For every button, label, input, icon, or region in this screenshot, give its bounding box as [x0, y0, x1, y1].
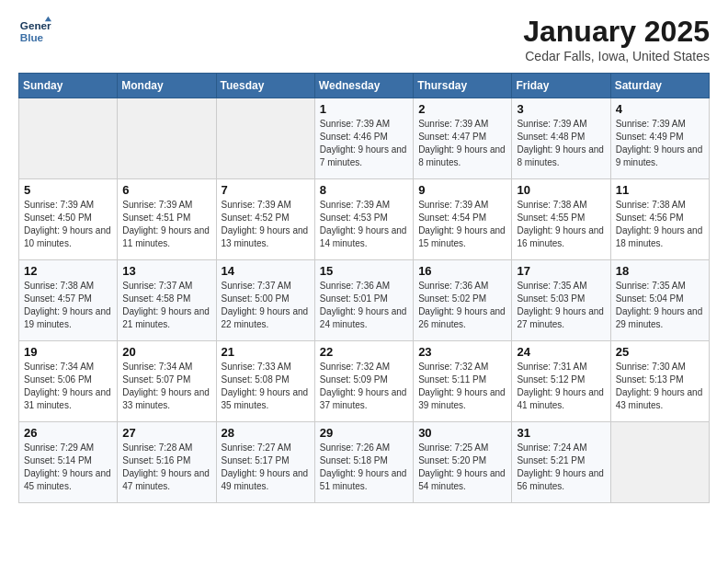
- day-number: 8: [320, 183, 408, 197]
- day-number: 24: [517, 345, 605, 359]
- day-number: 25: [616, 345, 704, 359]
- day-number: 31: [517, 426, 605, 440]
- day-cell: 8Sunrise: 7:39 AMSunset: 4:53 PMDaylight…: [314, 179, 413, 260]
- day-number: 1: [320, 102, 408, 116]
- day-info: Sunrise: 7:32 AMSunset: 5:09 PMDaylight:…: [320, 361, 408, 412]
- day-info: Sunrise: 7:27 AMSunset: 5:17 PMDaylight:…: [222, 442, 310, 493]
- day-info: Sunrise: 7:32 AMSunset: 5:11 PMDaylight:…: [418, 361, 506, 412]
- day-cell: 15Sunrise: 7:36 AMSunset: 5:01 PMDayligh…: [314, 260, 413, 341]
- day-info: Sunrise: 7:34 AMSunset: 5:06 PMDaylight:…: [24, 361, 112, 412]
- day-info: Sunrise: 7:38 AMSunset: 4:55 PMDaylight:…: [517, 199, 605, 250]
- day-cell: 18Sunrise: 7:35 AMSunset: 5:04 PMDayligh…: [610, 260, 709, 341]
- day-info: Sunrise: 7:37 AMSunset: 5:00 PMDaylight:…: [222, 280, 310, 331]
- day-info: Sunrise: 7:39 AMSunset: 4:51 PMDaylight:…: [122, 199, 210, 250]
- day-info: Sunrise: 7:39 AMSunset: 4:54 PMDaylight:…: [418, 199, 506, 250]
- day-number: 13: [122, 264, 210, 278]
- day-info: Sunrise: 7:36 AMSunset: 5:02 PMDaylight:…: [418, 280, 506, 331]
- day-info: Sunrise: 7:34 AMSunset: 5:07 PMDaylight:…: [122, 361, 210, 412]
- day-cell: 1Sunrise: 7:39 AMSunset: 4:46 PMDaylight…: [314, 98, 413, 179]
- weekday-header-monday: Monday: [118, 74, 216, 98]
- weekday-header-saturday: Saturday: [610, 74, 709, 98]
- day-info: Sunrise: 7:38 AMSunset: 4:56 PMDaylight:…: [616, 199, 704, 250]
- day-cell: [118, 98, 216, 179]
- day-info: Sunrise: 7:37 AMSunset: 4:58 PMDaylight:…: [122, 280, 210, 331]
- day-cell: 25Sunrise: 7:30 AMSunset: 5:13 PMDayligh…: [610, 341, 709, 422]
- weekday-header-sunday: Sunday: [19, 74, 118, 98]
- day-info: Sunrise: 7:36 AMSunset: 5:01 PMDaylight:…: [320, 280, 408, 331]
- day-info: Sunrise: 7:25 AMSunset: 5:20 PMDaylight:…: [418, 442, 506, 493]
- day-info: Sunrise: 7:35 AMSunset: 5:04 PMDaylight:…: [616, 280, 704, 331]
- day-cell: 21Sunrise: 7:33 AMSunset: 5:08 PMDayligh…: [216, 341, 314, 422]
- page: General Blue January 2025 Cedar Falls, I…: [0, 0, 728, 518]
- day-info: Sunrise: 7:39 AMSunset: 4:50 PMDaylight:…: [24, 199, 112, 250]
- day-number: 12: [24, 264, 112, 278]
- svg-text:Blue: Blue: [20, 31, 44, 43]
- day-info: Sunrise: 7:39 AMSunset: 4:49 PMDaylight:…: [616, 118, 704, 169]
- day-number: 30: [418, 426, 506, 440]
- day-number: 19: [24, 345, 112, 359]
- day-info: Sunrise: 7:26 AMSunset: 5:18 PMDaylight:…: [320, 442, 408, 493]
- day-number: 22: [320, 345, 408, 359]
- day-info: Sunrise: 7:35 AMSunset: 5:03 PMDaylight:…: [517, 280, 605, 331]
- weekday-header-tuesday: Tuesday: [216, 74, 314, 98]
- day-cell: 28Sunrise: 7:27 AMSunset: 5:17 PMDayligh…: [216, 422, 314, 503]
- day-number: 10: [517, 183, 605, 197]
- day-cell: 4Sunrise: 7:39 AMSunset: 4:49 PMDaylight…: [610, 98, 709, 179]
- day-info: Sunrise: 7:39 AMSunset: 4:52 PMDaylight:…: [222, 199, 310, 250]
- day-cell: 14Sunrise: 7:37 AMSunset: 5:00 PMDayligh…: [216, 260, 314, 341]
- calendar: SundayMondayTuesdayWednesdayThursdayFrid…: [18, 73, 710, 503]
- day-cell: 30Sunrise: 7:25 AMSunset: 5:20 PMDayligh…: [414, 422, 512, 503]
- day-cell: 23Sunrise: 7:32 AMSunset: 5:11 PMDayligh…: [414, 341, 512, 422]
- day-cell: [19, 98, 118, 179]
- week-row-3: 12Sunrise: 7:38 AMSunset: 4:57 PMDayligh…: [19, 260, 710, 341]
- day-cell: 27Sunrise: 7:28 AMSunset: 5:16 PMDayligh…: [118, 422, 216, 503]
- month-title: January 2025: [523, 15, 710, 49]
- day-number: 3: [517, 102, 605, 116]
- day-info: Sunrise: 7:24 AMSunset: 5:21 PMDaylight:…: [517, 442, 605, 493]
- day-number: 26: [24, 426, 112, 440]
- weekday-header-thursday: Thursday: [414, 74, 512, 98]
- day-info: Sunrise: 7:39 AMSunset: 4:46 PMDaylight:…: [320, 118, 408, 169]
- day-number: 6: [122, 183, 210, 197]
- day-number: 20: [122, 345, 210, 359]
- day-cell: 29Sunrise: 7:26 AMSunset: 5:18 PMDayligh…: [314, 422, 413, 503]
- weekday-header-friday: Friday: [512, 74, 610, 98]
- day-cell: 2Sunrise: 7:39 AMSunset: 4:47 PMDaylight…: [414, 98, 512, 179]
- day-cell: [216, 98, 314, 179]
- day-info: Sunrise: 7:38 AMSunset: 4:57 PMDaylight:…: [24, 280, 112, 331]
- day-cell: 24Sunrise: 7:31 AMSunset: 5:12 PMDayligh…: [512, 341, 610, 422]
- day-cell: 13Sunrise: 7:37 AMSunset: 4:58 PMDayligh…: [118, 260, 216, 341]
- day-cell: 11Sunrise: 7:38 AMSunset: 4:56 PMDayligh…: [610, 179, 709, 260]
- day-cell: [610, 422, 709, 503]
- week-row-4: 19Sunrise: 7:34 AMSunset: 5:06 PMDayligh…: [19, 341, 710, 422]
- day-info: Sunrise: 7:33 AMSunset: 5:08 PMDaylight:…: [222, 361, 310, 412]
- weekday-header-wednesday: Wednesday: [314, 74, 413, 98]
- day-info: Sunrise: 7:31 AMSunset: 5:12 PMDaylight:…: [517, 361, 605, 412]
- weekday-header-row: SundayMondayTuesdayWednesdayThursdayFrid…: [19, 74, 710, 98]
- header: General Blue January 2025 Cedar Falls, I…: [18, 15, 710, 63]
- day-number: 18: [616, 264, 704, 278]
- week-row-1: 1Sunrise: 7:39 AMSunset: 4:46 PMDaylight…: [19, 98, 710, 179]
- day-number: 16: [418, 264, 506, 278]
- day-info: Sunrise: 7:29 AMSunset: 5:14 PMDaylight:…: [24, 442, 112, 493]
- day-info: Sunrise: 7:39 AMSunset: 4:53 PMDaylight:…: [320, 199, 408, 250]
- day-cell: 9Sunrise: 7:39 AMSunset: 4:54 PMDaylight…: [414, 179, 512, 260]
- day-cell: 3Sunrise: 7:39 AMSunset: 4:48 PMDaylight…: [512, 98, 610, 179]
- day-number: 28: [222, 426, 310, 440]
- day-number: 21: [222, 345, 310, 359]
- day-number: 17: [517, 264, 605, 278]
- day-number: 7: [222, 183, 310, 197]
- day-number: 29: [320, 426, 408, 440]
- week-row-2: 5Sunrise: 7:39 AMSunset: 4:50 PMDaylight…: [19, 179, 710, 260]
- day-number: 11: [616, 183, 704, 197]
- logo: General Blue: [18, 15, 51, 48]
- day-number: 27: [122, 426, 210, 440]
- day-cell: 12Sunrise: 7:38 AMSunset: 4:57 PMDayligh…: [19, 260, 118, 341]
- day-cell: 6Sunrise: 7:39 AMSunset: 4:51 PMDaylight…: [118, 179, 216, 260]
- day-cell: 20Sunrise: 7:34 AMSunset: 5:07 PMDayligh…: [118, 341, 216, 422]
- day-info: Sunrise: 7:39 AMSunset: 4:48 PMDaylight:…: [517, 118, 605, 169]
- location-title: Cedar Falls, Iowa, United States: [523, 49, 710, 63]
- day-cell: 7Sunrise: 7:39 AMSunset: 4:52 PMDaylight…: [216, 179, 314, 260]
- logo-icon: General Blue: [18, 15, 51, 48]
- day-cell: 22Sunrise: 7:32 AMSunset: 5:09 PMDayligh…: [314, 341, 413, 422]
